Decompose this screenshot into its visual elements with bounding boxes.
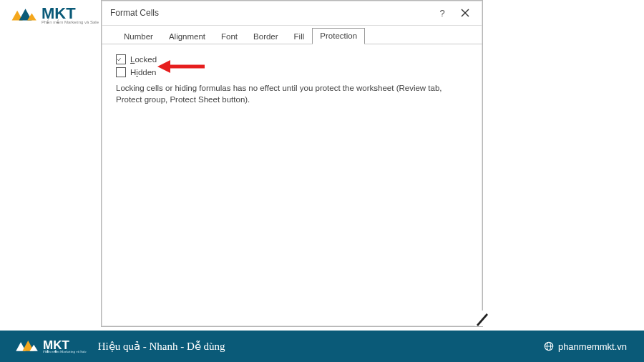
hidden-checkbox[interactable] xyxy=(116,67,126,77)
close-button[interactable] xyxy=(457,4,474,21)
footer-tagline: Hiệu quả - Nhanh - Dễ dùng xyxy=(98,340,544,353)
protection-description: Locking cells or hiding formulas has no … xyxy=(116,83,467,105)
logo-triangles-icon xyxy=(10,6,37,24)
format-cells-dialog: Format Cells ? Number Alignment Font Bor… xyxy=(101,0,483,327)
check-icon xyxy=(117,56,122,63)
tab-fill[interactable]: Fill xyxy=(286,29,313,44)
locked-label: Locked xyxy=(130,55,157,64)
brand-logo-footer: MKT Phần mềm Marketing và Sale xyxy=(14,338,87,354)
hidden-label: Hidden xyxy=(130,68,156,77)
globe-icon xyxy=(544,341,554,351)
logo-triangles-icon xyxy=(14,338,39,354)
help-button[interactable]: ? xyxy=(434,4,451,21)
close-icon xyxy=(461,9,469,17)
tab-alignment[interactable]: Alignment xyxy=(161,29,213,44)
locked-checkbox[interactable] xyxy=(116,54,126,64)
logo-text: MKT xyxy=(42,6,99,21)
footer-logo-sub: Phần mềm Marketing và Sale xyxy=(43,350,87,353)
locked-row: Locked xyxy=(116,54,468,64)
tab-protection[interactable]: Protection xyxy=(312,28,365,44)
hidden-row: Hidden xyxy=(116,67,468,77)
brand-logo-top: MKT Phần mềm Marketing và Sale xyxy=(10,6,99,24)
tab-number[interactable]: Number xyxy=(116,29,161,44)
footer-site-text: phanmemmkt.vn xyxy=(558,341,627,352)
tab-font[interactable]: Font xyxy=(213,29,245,44)
pen-icon xyxy=(472,309,491,328)
svg-rect-7 xyxy=(474,310,487,326)
dialog-tabs: Number Alignment Font Border Fill Protec… xyxy=(102,25,482,44)
footer-site-link[interactable]: phanmemmkt.vn xyxy=(544,341,627,352)
dialog-titlebar: Format Cells ? xyxy=(102,1,482,26)
logo-subtitle: Phần mềm Marketing và Sale xyxy=(42,20,99,24)
footer-bar: MKT Phần mềm Marketing và Sale Hiệu quả … xyxy=(0,331,644,362)
dialog-title: Format Cells xyxy=(110,8,428,18)
tab-border[interactable]: Border xyxy=(245,29,286,44)
dialog-content: Locked Hidden Locking cells or hiding fo… xyxy=(102,44,482,115)
